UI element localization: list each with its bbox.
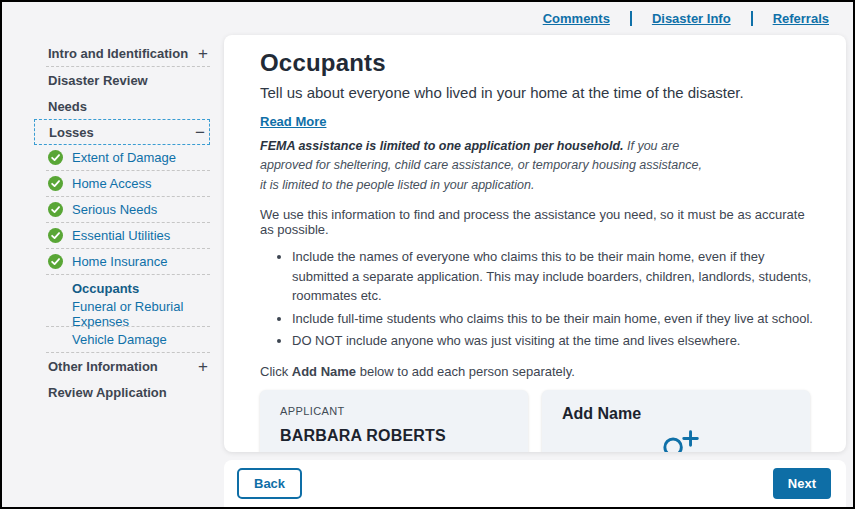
plus-icon[interactable]: + xyxy=(198,358,208,375)
check-icon xyxy=(48,176,63,191)
sidebar-item-funeral-or-reburial-expenses[interactable]: Funeral or Reburial Expenses xyxy=(46,301,210,327)
check-icon xyxy=(48,254,63,269)
sidebar-item-home-insurance[interactable]: Home Insurance xyxy=(46,249,210,275)
back-button[interactable]: Back xyxy=(237,468,302,499)
fema-note-line-2: approved for sheltering, child care assi… xyxy=(260,156,818,175)
sidebar-item-needs[interactable]: Needs xyxy=(46,93,210,119)
check-icon xyxy=(48,228,63,243)
fema-note-line-1: FEMA assistance is limited to one applic… xyxy=(260,137,818,156)
main-column: Occupants Tell us about everyone who liv… xyxy=(224,35,853,507)
sidebar-item-label: Intro and Identification xyxy=(48,46,188,61)
add-name-title: Add Name xyxy=(562,405,790,423)
page-layout: Intro and Identification + Disaster Revi… xyxy=(2,35,853,507)
sidebar-item-occupants[interactable]: Occupants xyxy=(46,275,210,301)
sidebar-item-label: Essential Utilities xyxy=(72,228,170,243)
read-more-link[interactable]: Read More xyxy=(260,114,326,129)
sidebar-item-home-access[interactable]: Home Access xyxy=(46,171,210,197)
page-subtitle: Tell us about everyone who lived in your… xyxy=(260,84,818,101)
next-button[interactable]: Next xyxy=(773,468,831,499)
sidebar-item-label: Losses xyxy=(49,125,94,140)
comments-link[interactable]: Comments xyxy=(543,11,610,26)
instruction-list: Include the names of everyone who claims… xyxy=(260,247,818,351)
page-title: Occupants xyxy=(260,49,818,77)
sidebar-item-label: Other Information xyxy=(48,359,158,374)
applicant-name: BARBARA ROBERTS xyxy=(280,427,508,445)
sidebar-item-other-information[interactable]: Other Information + xyxy=(46,353,210,379)
sidebar-item-serious-needs[interactable]: Serious Needs xyxy=(46,197,210,223)
sidebar-item-label: Funeral or Reburial Expenses xyxy=(72,299,208,329)
sidebar-item-label: Review Application xyxy=(48,385,167,400)
add-name-card[interactable]: Add Name xyxy=(542,390,810,452)
progress-sidebar: Intro and Identification + Disaster Revi… xyxy=(2,35,224,507)
occupant-cards-row: APPLICANT BARBARA ROBERTS Social Securit… xyxy=(260,390,818,452)
occupants-panel: Occupants Tell us about everyone who liv… xyxy=(224,35,846,452)
accuracy-note: We use this information to find and proc… xyxy=(260,207,818,237)
sidebar-item-extent-of-damage[interactable]: Extent of Damage xyxy=(46,145,210,171)
sidebar-item-label: Needs xyxy=(48,99,87,114)
sidebar-item-label: Disaster Review xyxy=(48,73,148,88)
fema-limitation-note: FEMA assistance is limited to one applic… xyxy=(260,137,818,195)
fema-note-line-3: it is limited to the people listed in yo… xyxy=(260,176,818,195)
sidebar-item-essential-utilities[interactable]: Essential Utilities xyxy=(46,223,210,249)
person-plus-icon[interactable] xyxy=(562,423,790,452)
wizard-footer: Back Next xyxy=(224,460,846,507)
sidebar-item-label: Home Access xyxy=(72,176,151,191)
sidebar-item-vehicle-damage[interactable]: Vehicle Damage xyxy=(46,327,210,353)
disaster-info-link[interactable]: Disaster Info xyxy=(652,11,731,26)
sidebar-item-review-application[interactable]: Review Application xyxy=(46,379,210,405)
add-name-instruction: Click Add Name below to add each person … xyxy=(260,364,818,379)
nav-separator xyxy=(630,11,632,26)
minus-icon[interactable]: − xyxy=(195,124,205,141)
top-navigation: Comments Disaster Info Referrals xyxy=(2,2,853,35)
sidebar-item-label: Extent of Damage xyxy=(72,150,176,165)
referrals-link[interactable]: Referrals xyxy=(773,11,829,26)
applicant-card[interactable]: APPLICANT BARBARA ROBERTS Social Securit… xyxy=(260,390,528,452)
sidebar-item-label: Vehicle Damage xyxy=(72,332,167,347)
sidebar-item-disaster-review[interactable]: Disaster Review xyxy=(46,67,210,93)
check-icon xyxy=(48,202,63,217)
instruction-item: Include the names of everyone who claims… xyxy=(292,247,818,306)
applicant-label: APPLICANT xyxy=(280,405,508,417)
instruction-item: Include full-time students who claims th… xyxy=(292,309,818,329)
sidebar-item-intro-and-identification[interactable]: Intro and Identification + xyxy=(46,41,210,67)
check-icon xyxy=(48,150,63,165)
sidebar-item-label: Occupants xyxy=(72,281,139,296)
instruction-item: DO NOT include anyone who was just visit… xyxy=(292,331,818,351)
sidebar-item-losses[interactable]: Losses − xyxy=(34,119,210,145)
sidebar-item-label: Home Insurance xyxy=(72,254,167,269)
sidebar-item-label: Serious Needs xyxy=(72,202,157,217)
plus-icon[interactable]: + xyxy=(198,45,208,62)
nav-separator xyxy=(751,11,753,26)
